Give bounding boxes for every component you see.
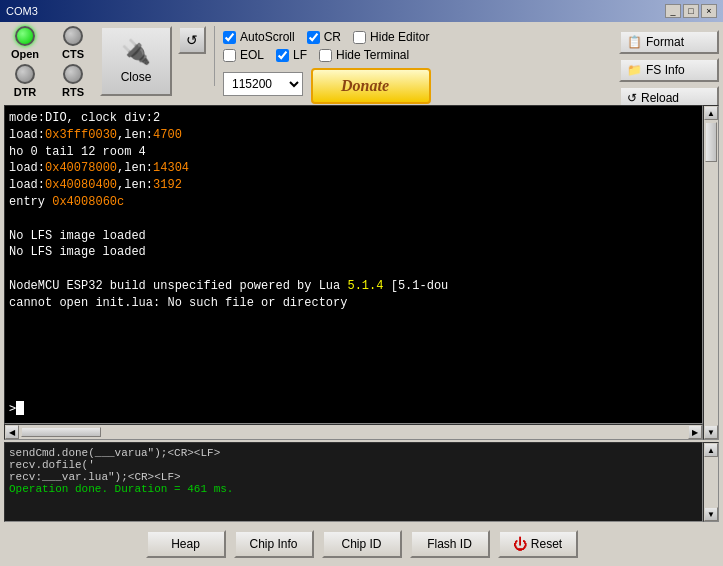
title-bar: COM3 _ □ × (0, 0, 723, 22)
eol-checkbox[interactable] (223, 49, 236, 62)
maximize-button[interactable]: □ (683, 4, 699, 18)
term-line-4: load:0x40078000,len:14304 (9, 160, 698, 177)
lower-line-2: recv.dofile(' (9, 459, 698, 471)
format-label: Format (646, 35, 684, 49)
refresh-button[interactable]: ↺ (178, 26, 206, 54)
cr-checkbox[interactable] (307, 31, 320, 44)
chip-info-button[interactable]: Chip Info (234, 530, 314, 558)
format-button[interactable]: 📋 Format (619, 30, 719, 54)
terminal-inner: mode:DIO, clock div:2 load:0x3fff0030,le… (4, 105, 703, 440)
eol-row: EOL LF Hide Terminal (223, 48, 431, 62)
cr-label: CR (324, 30, 341, 44)
rts-label: RTS (62, 86, 84, 98)
lower-v-scrollbar[interactable]: ▲ ▼ (703, 442, 719, 522)
scroll-up-arrow[interactable]: ▲ (704, 106, 718, 120)
term-line-2: load:0x3fff0030,len:4700 (9, 127, 698, 144)
v-scroll-thumb[interactable] (705, 122, 717, 162)
baud-select[interactable]: 9600 19200 38400 57600 115200 230400 460… (223, 72, 303, 96)
main-terminal-wrapper: mode:DIO, clock div:2 load:0x3fff0030,le… (4, 105, 719, 440)
scroll-right-arrow[interactable]: ▶ (688, 425, 702, 439)
rts-led-button[interactable]: RTS (52, 64, 94, 98)
h-scrollbar[interactable]: ◀ ▶ (4, 424, 703, 440)
lower-terminal-wrapper: sendCmd.done(___varua");<CR><LF> recv.do… (4, 442, 719, 522)
scroll-left-arrow[interactable]: ◀ (5, 425, 19, 439)
lower-line-1: sendCmd.done(___varua");<CR><LF> (9, 447, 698, 459)
toolbar: Open CTS DTR RTS 🔌 Close (4, 26, 719, 101)
baud-select-group: 9600 19200 38400 57600 115200 230400 460… (223, 72, 303, 96)
lower-scroll-track (704, 457, 718, 507)
open-led (15, 26, 35, 46)
h-scroll-track (19, 426, 688, 438)
reload-label: Reload (641, 91, 679, 105)
lower-scroll-down[interactable]: ▼ (704, 507, 718, 521)
terminal-cursor (16, 401, 24, 415)
bottom-buttons: Heap Chip Info Chip ID Flash ID ⏻ Reset (4, 526, 719, 562)
baud-donate-row: 9600 19200 38400 57600 115200 230400 460… (223, 68, 431, 100)
reload-icon: ↺ (627, 91, 637, 105)
fs-info-button[interactable]: 📁 FS Info (619, 58, 719, 82)
term-line-1: mode:DIO, clock div:2 (9, 110, 698, 127)
hide-terminal-label: Hide Terminal (336, 48, 409, 62)
lf-checkbox[interactable] (276, 49, 289, 62)
terminal-main: mode:DIO, clock div:2 load:0x3fff0030,le… (4, 105, 703, 424)
eol-label: EOL (240, 48, 264, 62)
terminal-prompt: > (9, 401, 16, 415)
separator (214, 26, 215, 86)
terminal-section: mode:DIO, clock div:2 load:0x3fff0030,le… (4, 105, 719, 522)
v-scrollbar[interactable]: ▲ ▼ (703, 105, 719, 440)
close-icon: 🔌 (121, 38, 151, 66)
close-label: Close (121, 70, 152, 84)
lower-scroll-up[interactable]: ▲ (704, 443, 718, 457)
term-line-10 (9, 261, 698, 278)
close-window-button[interactable]: × (701, 4, 717, 18)
window-controls: _ □ × (665, 4, 717, 18)
main-container: Open CTS DTR RTS 🔌 Close (0, 22, 723, 566)
term-line-8: No LFS image loaded (9, 228, 698, 245)
autoscroll-row: AutoScroll CR Hide Editor (223, 30, 431, 44)
fs-info-label: FS Info (646, 63, 685, 77)
term-line-5: load:0x40080400,len:3192 (9, 177, 698, 194)
cts-led-button[interactable]: CTS (52, 26, 94, 60)
donate-button[interactable]: Donate (311, 68, 431, 100)
right-action-buttons: 📋 Format 📁 FS Info ↺ Reload (619, 26, 719, 110)
scroll-down-arrow[interactable]: ▼ (704, 425, 718, 439)
heap-button[interactable]: Heap (146, 530, 226, 558)
open-led-button[interactable]: Open (4, 26, 46, 60)
fs-info-icon: 📁 (627, 63, 642, 77)
hide-editor-label: Hide Editor (370, 30, 429, 44)
cts-led (63, 26, 83, 46)
hide-editor-checkbox[interactable] (353, 31, 366, 44)
h-scroll-thumb[interactable] (21, 427, 101, 437)
reset-icon: ⏻ (513, 536, 527, 552)
term-line-3: ho 0 tail 12 room 4 (9, 144, 698, 161)
dtr-led-button[interactable]: DTR (4, 64, 46, 98)
lower-line-4: Operation done. Duration = 461 ms. (9, 483, 698, 495)
dtr-label: DTR (14, 86, 37, 98)
term-line-12: cannot open init.lua: No such file or di… (9, 295, 698, 312)
lower-terminal: sendCmd.done(___varua");<CR><LF> recv.do… (4, 442, 703, 522)
cts-label: CTS (62, 48, 84, 60)
title-text: COM3 (6, 5, 38, 17)
terminal-input-area: > (9, 401, 24, 415)
autoscroll-checkbox[interactable] (223, 31, 236, 44)
reset-label: Reset (531, 537, 562, 551)
led-row-bottom: DTR RTS (4, 64, 94, 98)
chip-id-label: Chip ID (341, 537, 381, 551)
autoscroll-label: AutoScroll (240, 30, 295, 44)
chip-info-label: Chip Info (249, 537, 297, 551)
checkboxes-group: AutoScroll CR Hide Editor EOL LF Hide Te… (223, 26, 431, 100)
flash-id-button[interactable]: Flash ID (410, 530, 490, 558)
donate-label[interactable]: Donate (311, 68, 431, 104)
content-area: mode:DIO, clock div:2 load:0x3fff0030,le… (4, 105, 719, 522)
open-label: Open (11, 48, 39, 60)
minimize-button[interactable]: _ (665, 4, 681, 18)
reset-button[interactable]: ⏻ Reset (498, 530, 578, 558)
chip-id-button[interactable]: Chip ID (322, 530, 402, 558)
term-line-11: NodeMCU ESP32 build unspecified powered … (9, 278, 698, 295)
led-row-top: Open CTS (4, 26, 94, 60)
close-button[interactable]: 🔌 Close (100, 26, 172, 96)
hide-terminal-checkbox[interactable] (319, 49, 332, 62)
lower-line-3: recv:___var.lua");<CR><LF> (9, 471, 698, 483)
led-group: Open CTS DTR RTS (4, 26, 94, 98)
heap-label: Heap (171, 537, 200, 551)
